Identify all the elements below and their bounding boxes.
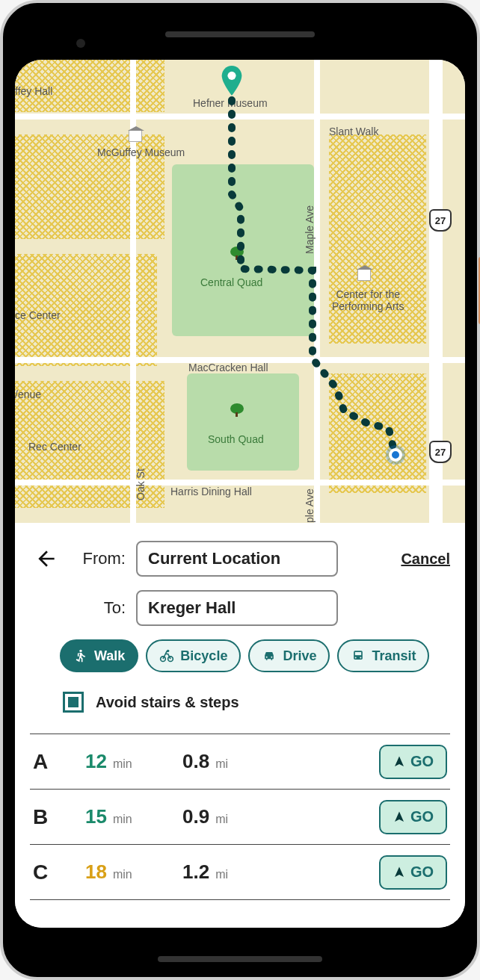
walk-icon xyxy=(73,648,88,663)
route-time: 12 min xyxy=(85,750,182,773)
bicycle-icon xyxy=(159,648,174,663)
screen: Hefner Museum McGuffey Museum Slant Walk… xyxy=(15,60,465,928)
mode-label: Transit xyxy=(372,648,416,664)
destination-pin-icon xyxy=(221,66,242,96)
directions-panel: From: Current Location Cancel To: Kreger… xyxy=(15,523,465,928)
mode-tabs: Walk Bicycle Drive Transit xyxy=(27,639,453,672)
route-letter: B xyxy=(33,805,85,829)
svg-point-10 xyxy=(360,657,362,659)
svg-point-4 xyxy=(167,650,169,652)
avoid-stairs-checkbox[interactable] xyxy=(63,692,84,713)
from-input[interactable]: Current Location xyxy=(136,541,338,577)
camera-dot xyxy=(76,39,85,48)
to-label: To: xyxy=(73,598,126,618)
mode-bicycle[interactable]: Bicycle xyxy=(146,639,241,672)
go-button[interactable]: GO xyxy=(379,855,447,890)
map-label: South Quad xyxy=(208,433,264,445)
svg-point-1 xyxy=(79,650,81,652)
map-label: McGuffey Museum xyxy=(97,146,185,158)
museum-icon xyxy=(129,130,142,142)
route-distance: 1.2 mi xyxy=(182,860,287,884)
from-label: From: xyxy=(73,549,126,568)
phone-frame: Hefner Museum McGuffey Museum Slant Walk… xyxy=(0,0,480,980)
route-option[interactable]: B 15 min 0.9 mi GO xyxy=(30,790,450,845)
map-label: Central Quad xyxy=(200,276,262,288)
map-label: Maple Ave xyxy=(304,205,316,254)
theater-icon xyxy=(357,269,371,281)
arrow-left-icon xyxy=(34,547,58,571)
svg-rect-8 xyxy=(355,652,361,655)
map-label: MacCracken Hall xyxy=(188,362,268,373)
route-option[interactable]: C 18 min 1.2 mi GO xyxy=(30,845,450,900)
go-button[interactable]: GO xyxy=(379,745,447,779)
tree-icon xyxy=(230,403,244,417)
map-label: ple Ave xyxy=(304,489,316,523)
route-option[interactable]: A 12 min 0.8 mi GO xyxy=(30,734,450,790)
route-letter: A xyxy=(33,750,85,774)
map-label: Oak St xyxy=(135,468,147,500)
mode-walk[interactable]: Walk xyxy=(60,639,138,672)
navigate-icon xyxy=(393,755,406,769)
map-label: Hefner Museum xyxy=(193,97,268,109)
map-label: Slant Walk xyxy=(329,125,378,137)
cancel-link[interactable]: Cancel xyxy=(401,551,450,568)
avoid-stairs-label: Avoid stairs & steps xyxy=(96,694,239,711)
bus-icon xyxy=(351,648,366,663)
map-label: ffey Hall xyxy=(15,85,52,97)
car-icon xyxy=(262,648,277,663)
svg-point-0 xyxy=(227,72,236,80)
go-label: GO xyxy=(410,753,434,770)
to-input-value: Kreger Hall xyxy=(148,598,236,618)
route-letter: C xyxy=(33,860,85,884)
route-distance: 0.9 mi xyxy=(182,805,287,828)
map-label: Rec Center xyxy=(28,441,81,453)
go-button[interactable]: GO xyxy=(379,800,447,834)
mode-drive[interactable]: Drive xyxy=(248,639,330,672)
map[interactable]: Hefner Museum McGuffey Museum Slant Walk… xyxy=(15,60,465,523)
mode-transit[interactable]: Transit xyxy=(337,639,429,672)
tree-icon xyxy=(230,246,244,260)
route-time: 18 min xyxy=(85,860,182,884)
map-label: /enue xyxy=(15,388,41,400)
current-location-dot xyxy=(389,448,402,462)
map-label: Center for the Performing Arts xyxy=(332,288,404,312)
park-south-quad xyxy=(187,373,299,471)
navigate-icon xyxy=(393,810,406,824)
go-label: GO xyxy=(410,808,434,825)
highway-shield: 27 xyxy=(429,209,452,232)
route-list: A 12 min 0.8 mi GO B xyxy=(30,734,450,900)
back-button[interactable] xyxy=(30,542,63,575)
highway-shield: 27 xyxy=(429,441,452,463)
svg-point-6 xyxy=(271,657,273,658)
from-input-value: Current Location xyxy=(148,549,280,568)
svg-point-5 xyxy=(266,657,268,658)
mode-label: Bicycle xyxy=(180,648,227,664)
map-label: ce Center xyxy=(15,309,61,321)
navigate-icon xyxy=(393,866,406,879)
route-distance: 0.8 mi xyxy=(182,750,287,773)
svg-point-9 xyxy=(355,657,357,659)
mode-label: Walk xyxy=(94,648,125,664)
go-label: GO xyxy=(410,863,434,881)
to-input[interactable]: Kreger Hall xyxy=(136,590,338,626)
map-label: Harris Dining Hall xyxy=(170,486,252,497)
mode-label: Drive xyxy=(283,648,316,664)
route-time: 15 min xyxy=(85,805,182,828)
